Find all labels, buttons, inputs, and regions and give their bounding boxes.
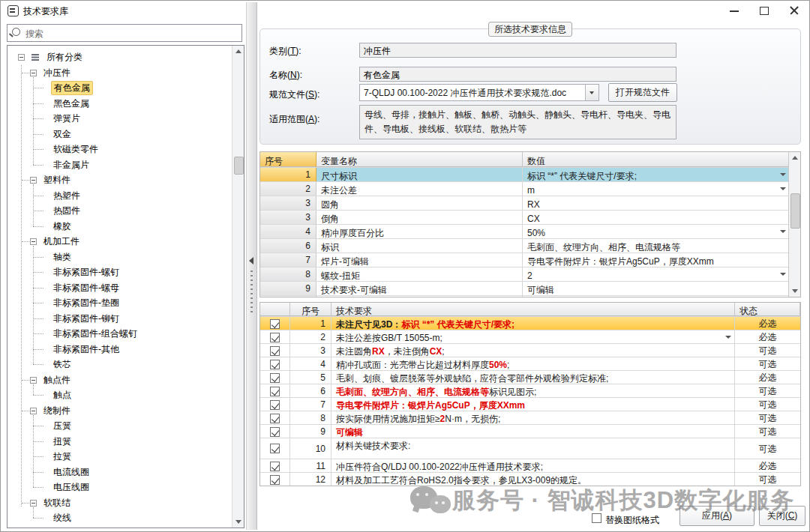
variable-value-cell[interactable]: 可编辑 bbox=[523, 282, 790, 295]
requirement-row[interactable]: 4精冲孔或面：光亮带占比超过材料厚度50%;可选 bbox=[260, 357, 800, 371]
requirement-checkbox[interactable] bbox=[270, 444, 280, 453]
requirement-row[interactable]: 3未注圆角RX，未注倒角CX;可选 bbox=[260, 344, 800, 357]
tree-item-label[interactable]: 触点 bbox=[51, 389, 74, 402]
tree-item-label[interactable]: 非标紧固件-螺钉 bbox=[51, 266, 122, 279]
requirement-checkbox[interactable] bbox=[270, 373, 280, 383]
variable-name-cell[interactable]: 未注公差 bbox=[316, 182, 523, 196]
requirement-checkbox[interactable] bbox=[270, 462, 280, 471]
tree-item-label[interactable]: 双金 bbox=[51, 128, 74, 141]
search-input[interactable]: 搜索 bbox=[7, 24, 242, 42]
tree-scrollbar[interactable] bbox=[232, 46, 244, 528]
tree-item-label[interactable]: 黑色金属 bbox=[51, 97, 92, 110]
requirement-text-cell[interactable]: 材料关键技术要求: bbox=[332, 438, 735, 459]
tree-item-label[interactable]: 压簧 bbox=[51, 420, 74, 432]
tree-item-label[interactable]: 绕制件 bbox=[41, 405, 73, 417]
variable-name-cell[interactable]: 标识 bbox=[316, 239, 523, 253]
variables-scrollbar[interactable] bbox=[788, 152, 800, 297]
select-cell[interactable] bbox=[260, 398, 290, 411]
select-cell[interactable] bbox=[260, 438, 290, 459]
collapse-minus-icon[interactable] bbox=[30, 238, 37, 245]
requirement-row[interactable]: 8按实际使用情况施加扭矩≥2N·m，无损伤;可选 bbox=[260, 411, 800, 425]
requirement-checkbox[interactable] bbox=[270, 360, 280, 369]
value-dropdown-icon[interactable] bbox=[780, 230, 786, 233]
open-spec-file-button[interactable]: 打开规范文件 bbox=[608, 83, 677, 102]
requirement-checkbox[interactable] bbox=[270, 475, 280, 485]
tree-item-label[interactable]: 轴类 bbox=[51, 251, 74, 264]
tree-item-label[interactable]: 塑料件 bbox=[41, 174, 73, 187]
variable-row[interactable]: 3倒角CX bbox=[260, 211, 800, 225]
variable-row[interactable]: 6标识毛刺面、纹理方向、相序、电流规格等 bbox=[260, 239, 800, 253]
collapse-minus-icon[interactable] bbox=[30, 408, 37, 414]
tree-item-label[interactable]: 非金属片 bbox=[51, 159, 92, 172]
collapse-minus-icon[interactable] bbox=[30, 500, 37, 507]
close-button[interactable]: 关闭(C) bbox=[759, 506, 806, 526]
scroll-up-icon[interactable] bbox=[236, 49, 242, 53]
variable-name-cell[interactable]: 尺寸标识 bbox=[316, 168, 523, 181]
tree-item-label[interactable]: 机加工件 bbox=[41, 235, 82, 248]
variable-name-cell[interactable]: 倒角 bbox=[316, 211, 523, 224]
select-cell[interactable] bbox=[260, 330, 290, 343]
apply-button[interactable]: 应用(A) bbox=[680, 506, 754, 526]
spec-file-combobox[interactable]: 7-QLDJ 00.100-2022 冲压件通用技术要求规范.doc bbox=[359, 84, 599, 101]
tree-item-label[interactable]: 电压线圈 bbox=[51, 481, 92, 494]
requirement-row[interactable]: 12材料及加工工艺符合RoHS2.0指令要求，参见LX3-009的规定。可选 bbox=[260, 473, 800, 486]
variable-value-cell[interactable]: 毛刺面、纹理方向、相序、电流规格等 bbox=[523, 239, 790, 253]
tree-scrollbar-thumb[interactable] bbox=[234, 157, 244, 175]
requirement-text-cell[interactable]: 毛刺面、纹理方向、相序、电流规格等标识见图示; bbox=[332, 384, 735, 397]
requirement-text-cell[interactable]: 导电零件附焊片：银焊片Ag5CuP，厚度XXmm bbox=[332, 398, 735, 411]
combo-dropdown-icon[interactable] bbox=[585, 85, 598, 100]
requirement-row[interactable]: 7导电零件附焊片：银焊片Ag5CuP，厚度XXmm可选 bbox=[260, 398, 800, 411]
variable-value-cell[interactable]: 2 bbox=[523, 267, 790, 281]
select-cell[interactable] bbox=[260, 425, 290, 438]
select-cell[interactable] bbox=[260, 317, 290, 330]
variable-value-cell[interactable] bbox=[523, 296, 790, 297]
select-cell[interactable] bbox=[260, 459, 290, 472]
tree-item-label[interactable]: 扭簧 bbox=[51, 435, 74, 448]
scroll-down-icon[interactable] bbox=[792, 289, 798, 293]
requirement-row[interactable]: 9可编辑可选 bbox=[260, 425, 800, 438]
requirement-text-cell[interactable]: 冲压件符合Q/LDJ 00.100-2022冲压件通用技术要求; bbox=[332, 459, 735, 472]
variable-row[interactable]: 9技术要求-可编辑可编辑 bbox=[260, 282, 800, 296]
value-dropdown-icon[interactable] bbox=[780, 273, 786, 276]
requirement-text-cell[interactable]: 材料及加工工艺符合RoHS2.0指令要求，参见LX3-009的规定。 bbox=[332, 473, 735, 486]
variable-value-cell[interactable]: 标识 “*” 代表关键尺寸/要求; bbox=[523, 168, 790, 181]
requirement-checkbox[interactable] bbox=[270, 400, 280, 410]
name-field[interactable]: 有色金属 bbox=[359, 67, 676, 82]
requirement-text-cell[interactable]: 精冲孔或面：光亮带占比超过材料厚度50%; bbox=[332, 357, 735, 370]
requirement-row[interactable]: 10材料关键技术要求:可选 bbox=[260, 438, 800, 459]
tree-item-label[interactable]: 铁芯 bbox=[51, 358, 74, 371]
requirement-text-cell[interactable]: 可编辑 bbox=[332, 425, 735, 438]
variable-row[interactable]: 3圆角RX bbox=[260, 196, 800, 211]
tree-item-label[interactable]: 非标紧固件-螺母 bbox=[51, 282, 122, 294]
requirement-row[interactable]: 1未注尺寸见3D：标识 “*” 代表关键尺寸/要求;必选 bbox=[260, 317, 800, 330]
requirement-text-cell[interactable]: 未注尺寸见3D：标识 “*” 代表关键尺寸/要求; bbox=[332, 317, 735, 330]
tree-item-label[interactable]: 橡胶 bbox=[51, 220, 74, 233]
requirement-row[interactable]: 11冲压件符合Q/LDJ 00.100-2022冲压件通用技术要求;必选 bbox=[260, 459, 800, 473]
select-cell[interactable] bbox=[260, 384, 290, 397]
tree-item-label[interactable]: 冲压件 bbox=[41, 67, 73, 79]
close-window-button[interactable] bbox=[779, 1, 809, 20]
variable-name-cell[interactable]: 焊片-可编辑 bbox=[316, 253, 523, 267]
requirement-checkbox[interactable] bbox=[270, 319, 280, 329]
tree-item-label[interactable]: 绞线 bbox=[51, 512, 74, 525]
collapse-minus-icon[interactable] bbox=[30, 177, 37, 184]
collapse-minus-icon[interactable] bbox=[30, 70, 37, 76]
scroll-down-icon[interactable] bbox=[236, 520, 242, 524]
variable-row[interactable]: 4精冲厚度百分比50% bbox=[260, 225, 800, 239]
variable-row[interactable]: 7焊片-可编辑导电零件附焊片：银焊片Ag5CuP，厚度XXmm bbox=[260, 253, 800, 267]
select-cell[interactable] bbox=[260, 411, 290, 424]
variable-value-cell[interactable]: 导电零件附焊片：银焊片Ag5CuP，厚度XXmm bbox=[523, 253, 790, 267]
requirement-checkbox[interactable] bbox=[270, 387, 280, 396]
variable-name-cell[interactable]: 技术要求-可编辑 bbox=[316, 282, 523, 295]
value-dropdown-icon[interactable] bbox=[780, 187, 786, 190]
maximize-button[interactable] bbox=[749, 1, 779, 20]
tree-item-label[interactable]: 非标紧固件-垫圈 bbox=[51, 297, 122, 309]
requirement-row[interactable]: 2未注公差按GB/T 15055-m;必选 bbox=[260, 330, 800, 344]
tree-item-label[interactable]: 热塑件 bbox=[51, 190, 82, 202]
panel-splitter[interactable] bbox=[246, 2, 257, 530]
collapse-minus-icon[interactable] bbox=[18, 54, 25, 61]
tree-item-label[interactable]: 软磁类零件 bbox=[51, 143, 100, 156]
tree-item-label[interactable]: 非标紧固件-其他 bbox=[51, 343, 122, 356]
category-field[interactable]: 冲压件 bbox=[359, 43, 676, 58]
requirement-checkbox[interactable] bbox=[270, 427, 280, 437]
